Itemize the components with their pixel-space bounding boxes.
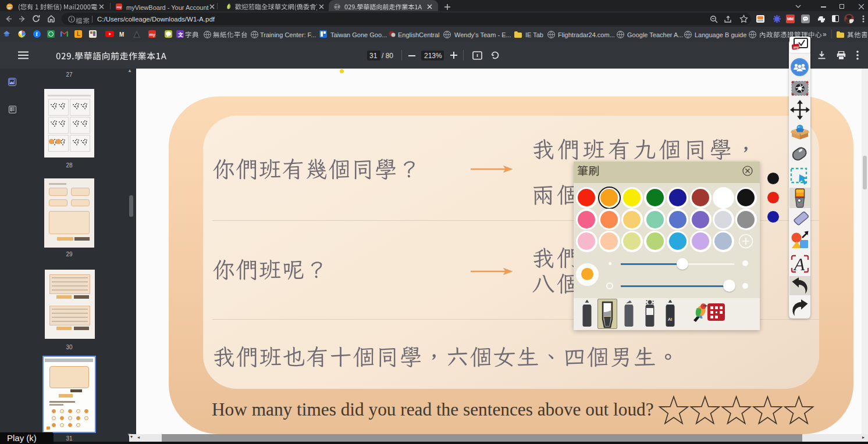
svg-text:AI: AI (668, 317, 673, 322)
